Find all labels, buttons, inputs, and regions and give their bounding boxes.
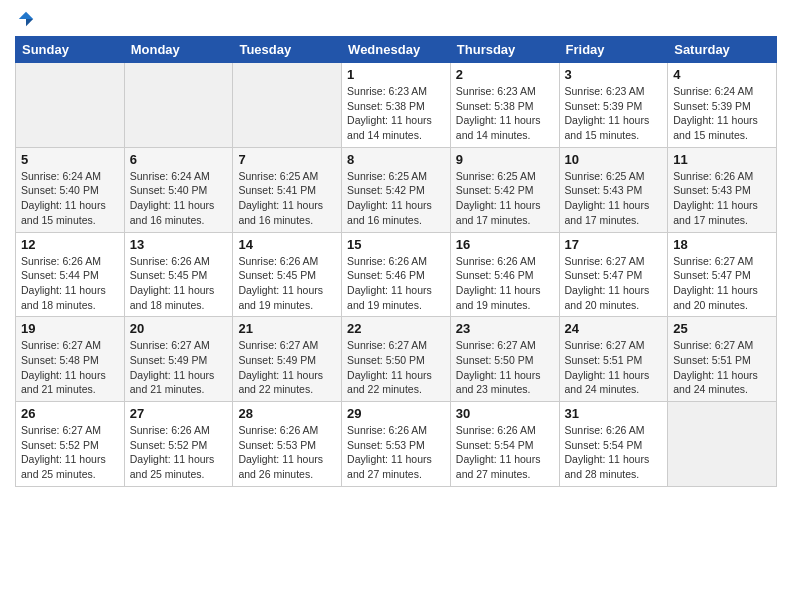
day-number: 15: [347, 237, 445, 252]
calendar-week-4: 19Sunrise: 6:27 AMSunset: 5:48 PMDayligh…: [16, 317, 777, 402]
day-number: 27: [130, 406, 228, 421]
calendar-day-22: 22Sunrise: 6:27 AMSunset: 5:50 PMDayligh…: [342, 317, 451, 402]
day-number: 22: [347, 321, 445, 336]
weekday-header-saturday: Saturday: [668, 37, 777, 63]
day-number: 7: [238, 152, 336, 167]
calendar-day-14: 14Sunrise: 6:26 AMSunset: 5:45 PMDayligh…: [233, 232, 342, 317]
day-info: Sunrise: 6:27 AMSunset: 5:49 PMDaylight:…: [238, 338, 336, 397]
calendar-day-26: 26Sunrise: 6:27 AMSunset: 5:52 PMDayligh…: [16, 402, 125, 487]
calendar-week-2: 5Sunrise: 6:24 AMSunset: 5:40 PMDaylight…: [16, 147, 777, 232]
day-info: Sunrise: 6:26 AMSunset: 5:54 PMDaylight:…: [565, 423, 663, 482]
day-info: Sunrise: 6:27 AMSunset: 5:51 PMDaylight:…: [673, 338, 771, 397]
day-info: Sunrise: 6:26 AMSunset: 5:43 PMDaylight:…: [673, 169, 771, 228]
logo: [15, 10, 35, 28]
day-info: Sunrise: 6:27 AMSunset: 5:50 PMDaylight:…: [456, 338, 554, 397]
day-info: Sunrise: 6:25 AMSunset: 5:42 PMDaylight:…: [456, 169, 554, 228]
calendar-week-1: 1Sunrise: 6:23 AMSunset: 5:38 PMDaylight…: [16, 63, 777, 148]
calendar-day-empty-4-6: [668, 402, 777, 487]
weekday-header-thursday: Thursday: [450, 37, 559, 63]
weekday-header-sunday: Sunday: [16, 37, 125, 63]
day-info: Sunrise: 6:26 AMSunset: 5:52 PMDaylight:…: [130, 423, 228, 482]
day-number: 20: [130, 321, 228, 336]
day-number: 17: [565, 237, 663, 252]
day-info: Sunrise: 6:26 AMSunset: 5:44 PMDaylight:…: [21, 254, 119, 313]
day-number: 3: [565, 67, 663, 82]
day-info: Sunrise: 6:27 AMSunset: 5:52 PMDaylight:…: [21, 423, 119, 482]
svg-marker-1: [26, 19, 33, 26]
calendar-day-10: 10Sunrise: 6:25 AMSunset: 5:43 PMDayligh…: [559, 147, 668, 232]
day-number: 29: [347, 406, 445, 421]
day-number: 12: [21, 237, 119, 252]
day-info: Sunrise: 6:26 AMSunset: 5:46 PMDaylight:…: [347, 254, 445, 313]
day-info: Sunrise: 6:25 AMSunset: 5:42 PMDaylight:…: [347, 169, 445, 228]
day-info: Sunrise: 6:25 AMSunset: 5:41 PMDaylight:…: [238, 169, 336, 228]
calendar-day-20: 20Sunrise: 6:27 AMSunset: 5:49 PMDayligh…: [124, 317, 233, 402]
calendar-day-15: 15Sunrise: 6:26 AMSunset: 5:46 PMDayligh…: [342, 232, 451, 317]
calendar-day-empty-0-1: [124, 63, 233, 148]
calendar-day-27: 27Sunrise: 6:26 AMSunset: 5:52 PMDayligh…: [124, 402, 233, 487]
calendar-week-5: 26Sunrise: 6:27 AMSunset: 5:52 PMDayligh…: [16, 402, 777, 487]
calendar-day-empty-0-0: [16, 63, 125, 148]
calendar-day-3: 3Sunrise: 6:23 AMSunset: 5:39 PMDaylight…: [559, 63, 668, 148]
day-number: 31: [565, 406, 663, 421]
day-info: Sunrise: 6:26 AMSunset: 5:53 PMDaylight:…: [347, 423, 445, 482]
calendar-day-29: 29Sunrise: 6:26 AMSunset: 5:53 PMDayligh…: [342, 402, 451, 487]
calendar-day-7: 7Sunrise: 6:25 AMSunset: 5:41 PMDaylight…: [233, 147, 342, 232]
weekday-header-friday: Friday: [559, 37, 668, 63]
day-info: Sunrise: 6:27 AMSunset: 5:50 PMDaylight:…: [347, 338, 445, 397]
day-info: Sunrise: 6:27 AMSunset: 5:48 PMDaylight:…: [21, 338, 119, 397]
weekday-header-wednesday: Wednesday: [342, 37, 451, 63]
calendar-day-28: 28Sunrise: 6:26 AMSunset: 5:53 PMDayligh…: [233, 402, 342, 487]
day-number: 18: [673, 237, 771, 252]
calendar-day-9: 9Sunrise: 6:25 AMSunset: 5:42 PMDaylight…: [450, 147, 559, 232]
calendar-day-6: 6Sunrise: 6:24 AMSunset: 5:40 PMDaylight…: [124, 147, 233, 232]
calendar-day-17: 17Sunrise: 6:27 AMSunset: 5:47 PMDayligh…: [559, 232, 668, 317]
weekday-header-monday: Monday: [124, 37, 233, 63]
day-number: 9: [456, 152, 554, 167]
calendar-week-3: 12Sunrise: 6:26 AMSunset: 5:44 PMDayligh…: [16, 232, 777, 317]
calendar-day-19: 19Sunrise: 6:27 AMSunset: 5:48 PMDayligh…: [16, 317, 125, 402]
day-info: Sunrise: 6:23 AMSunset: 5:39 PMDaylight:…: [565, 84, 663, 143]
day-info: Sunrise: 6:27 AMSunset: 5:47 PMDaylight:…: [565, 254, 663, 313]
day-info: Sunrise: 6:24 AMSunset: 5:40 PMDaylight:…: [21, 169, 119, 228]
day-number: 19: [21, 321, 119, 336]
day-number: 16: [456, 237, 554, 252]
day-number: 23: [456, 321, 554, 336]
day-info: Sunrise: 6:27 AMSunset: 5:51 PMDaylight:…: [565, 338, 663, 397]
day-number: 5: [21, 152, 119, 167]
day-number: 24: [565, 321, 663, 336]
day-info: Sunrise: 6:25 AMSunset: 5:43 PMDaylight:…: [565, 169, 663, 228]
day-info: Sunrise: 6:27 AMSunset: 5:47 PMDaylight:…: [673, 254, 771, 313]
day-number: 25: [673, 321, 771, 336]
day-number: 1: [347, 67, 445, 82]
calendar-day-12: 12Sunrise: 6:26 AMSunset: 5:44 PMDayligh…: [16, 232, 125, 317]
day-number: 13: [130, 237, 228, 252]
logo-icon: [17, 10, 35, 28]
calendar-day-30: 30Sunrise: 6:26 AMSunset: 5:54 PMDayligh…: [450, 402, 559, 487]
day-number: 30: [456, 406, 554, 421]
day-info: Sunrise: 6:26 AMSunset: 5:46 PMDaylight:…: [456, 254, 554, 313]
calendar-day-1: 1Sunrise: 6:23 AMSunset: 5:38 PMDaylight…: [342, 63, 451, 148]
weekday-header-row: SundayMondayTuesdayWednesdayThursdayFrid…: [16, 37, 777, 63]
day-info: Sunrise: 6:27 AMSunset: 5:49 PMDaylight:…: [130, 338, 228, 397]
day-number: 21: [238, 321, 336, 336]
calendar-day-5: 5Sunrise: 6:24 AMSunset: 5:40 PMDaylight…: [16, 147, 125, 232]
day-info: Sunrise: 6:23 AMSunset: 5:38 PMDaylight:…: [347, 84, 445, 143]
day-number: 14: [238, 237, 336, 252]
calendar-day-31: 31Sunrise: 6:26 AMSunset: 5:54 PMDayligh…: [559, 402, 668, 487]
day-number: 6: [130, 152, 228, 167]
calendar-day-18: 18Sunrise: 6:27 AMSunset: 5:47 PMDayligh…: [668, 232, 777, 317]
day-number: 4: [673, 67, 771, 82]
calendar-day-4: 4Sunrise: 6:24 AMSunset: 5:39 PMDaylight…: [668, 63, 777, 148]
day-info: Sunrise: 6:24 AMSunset: 5:39 PMDaylight:…: [673, 84, 771, 143]
calendar-day-23: 23Sunrise: 6:27 AMSunset: 5:50 PMDayligh…: [450, 317, 559, 402]
weekday-header-tuesday: Tuesday: [233, 37, 342, 63]
day-info: Sunrise: 6:26 AMSunset: 5:53 PMDaylight:…: [238, 423, 336, 482]
calendar-day-2: 2Sunrise: 6:23 AMSunset: 5:38 PMDaylight…: [450, 63, 559, 148]
day-number: 11: [673, 152, 771, 167]
calendar: SundayMondayTuesdayWednesdayThursdayFrid…: [15, 36, 777, 487]
day-number: 10: [565, 152, 663, 167]
calendar-day-24: 24Sunrise: 6:27 AMSunset: 5:51 PMDayligh…: [559, 317, 668, 402]
calendar-day-16: 16Sunrise: 6:26 AMSunset: 5:46 PMDayligh…: [450, 232, 559, 317]
svg-marker-0: [19, 12, 33, 19]
